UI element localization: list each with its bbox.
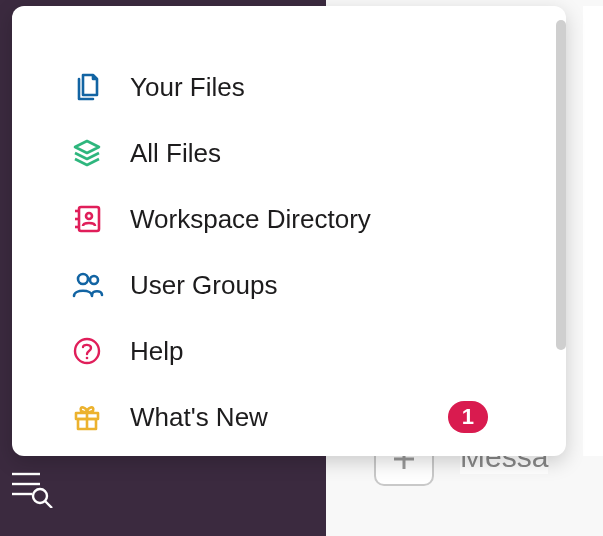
menu-item-label: Help <box>130 336 183 367</box>
svg-point-3 <box>33 489 47 503</box>
background-panel <box>583 6 603 456</box>
svg-point-15 <box>86 357 89 360</box>
svg-point-14 <box>75 339 99 363</box>
menu-item-whats-new[interactable]: What's New 1 <box>42 384 536 450</box>
svg-point-12 <box>78 274 88 284</box>
menu-item-all-files[interactable]: All Files <box>42 120 536 186</box>
menu-item-label: User Groups <box>130 270 277 301</box>
file-copy-icon <box>70 70 104 104</box>
search-list-icon[interactable] <box>10 468 60 512</box>
address-book-icon <box>70 202 104 236</box>
svg-point-13 <box>90 276 98 284</box>
more-menu-popover: Your Files All Files Workspace Directory <box>12 6 566 456</box>
menu-item-label: Workspace Directory <box>130 204 371 235</box>
svg-line-4 <box>45 501 52 508</box>
svg-point-8 <box>86 213 92 219</box>
users-icon <box>70 268 104 302</box>
menu-item-help[interactable]: Help <box>42 318 536 384</box>
help-icon <box>70 334 104 368</box>
menu-item-label: What's New <box>130 402 268 433</box>
menu-item-your-files[interactable]: Your Files <box>42 54 536 120</box>
scrollbar[interactable] <box>556 20 566 350</box>
menu-item-workspace-directory[interactable]: Workspace Directory <box>42 186 536 252</box>
menu-item-label: Your Files <box>130 72 245 103</box>
new-badge: 1 <box>448 401 488 433</box>
gift-icon <box>70 400 104 434</box>
stack-icon <box>70 136 104 170</box>
menu-item-label: All Files <box>130 138 221 169</box>
menu-item-user-groups[interactable]: User Groups <box>42 252 536 318</box>
